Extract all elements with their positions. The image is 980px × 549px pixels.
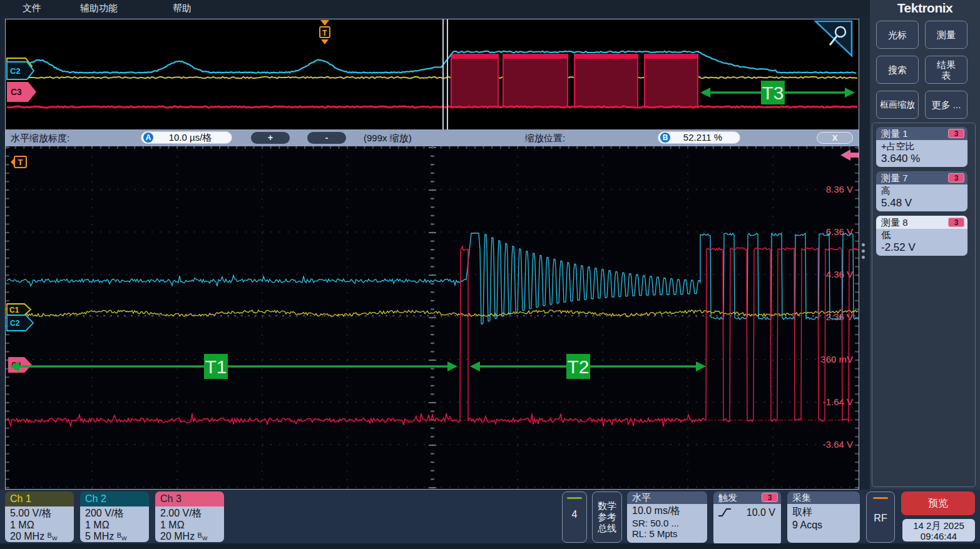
svg-text:C2: C2 (10, 66, 21, 76)
overview-ch2-trace (7, 51, 856, 73)
overview-ch1-trace (7, 77, 857, 79)
measurement-badge-8[interactable]: 测量 83 低-2.52 V (876, 216, 967, 256)
graticule-svg: 8.36 V6.36 V4.36 V2.36 V360 mV-1.64 V-3.… (6, 146, 859, 489)
datetime-display: 14 2月 2025 09:46:44 (902, 519, 975, 541)
zoom-position-control[interactable]: B 52.211 % (658, 131, 740, 144)
preview-button[interactable]: 预览 (901, 491, 975, 515)
results-table-button[interactable]: 结果表 (925, 56, 967, 84)
panel-drag-handle[interactable] (862, 243, 865, 261)
svg-text:T: T (18, 158, 23, 167)
burst-block (644, 56, 698, 108)
channel-1-badge[interactable]: Ch 1 5.00 V/格 1 MΩ 20 MHz BW (5, 491, 74, 542)
overview-trigger-icon (320, 20, 329, 26)
source-badge: 3 (948, 218, 964, 227)
rf-button[interactable]: RF (866, 491, 895, 543)
knob-b-icon[interactable]: B (660, 133, 670, 143)
svg-text:T2: T2 (567, 356, 589, 377)
rf-color-line (873, 497, 888, 499)
ch3-waveform (7, 246, 858, 426)
measure-button[interactable]: 测量 (925, 21, 967, 49)
channel-4-color-line (567, 497, 582, 499)
math-ref-bus-button[interactable]: 数学参考总线 (592, 491, 622, 543)
measurement-badge-1[interactable]: 测量 13 +占空比3.640 % (876, 127, 967, 167)
knob-a-icon[interactable]: A (143, 133, 153, 143)
acquisition-badge[interactable]: 采集 取样 9 Acqs (787, 491, 860, 543)
measurement-badge-7[interactable]: 测量 73 高5.48 V (876, 171, 967, 211)
svg-text:C1: C1 (9, 306, 19, 315)
zoom-factor-label: (999x 缩放) (364, 129, 412, 146)
wave-4-button[interactable]: 4 (562, 491, 587, 543)
right-sidebar: Tektronix 光标 测量 搜索 结果表 框画缩放 更多 ... 测量 13… (870, 0, 980, 490)
waveform-view: C2C3TT3 水平缩放标度: A 10.0 µs/格 + - (999x 缩放… (5, 19, 859, 490)
menu-utility[interactable]: 辅助功能 (80, 0, 118, 16)
bottom-bar: Ch 1 5.00 V/格 1 MΩ 20 MHz BW Ch 2 200 V/… (0, 490, 980, 549)
search-button[interactable]: 搜索 (876, 56, 919, 84)
overview-svg: C2C3TT3 (6, 19, 859, 129)
trigger-badge[interactable]: 触发3 10.0 V (713, 491, 781, 545)
zoom-control-bar: 水平缩放标度: A 10.0 µs/格 + - (999x 缩放) 缩放位置: … (6, 129, 859, 146)
zoom-in-button[interactable]: + (251, 132, 290, 144)
rising-edge-icon (717, 506, 732, 518)
tektronix-logo: Tektronix (870, 1, 980, 16)
more-button[interactable]: 更多 ... (925, 91, 967, 119)
svg-text:C3: C3 (11, 87, 22, 97)
overview-waveform-display[interactable]: C2C3TT3 (6, 19, 859, 129)
cursors-button[interactable]: 光标 (876, 21, 919, 49)
channel-3-badge[interactable]: Ch 3 2.00 V/格 1 MΩ 20 MHz BW (155, 491, 224, 542)
zoom-out-button[interactable]: - (307, 132, 346, 144)
menu-file[interactable]: 文件 (23, 0, 41, 16)
source-badge: 3 (948, 173, 964, 183)
zoom-window-left-edge (442, 19, 444, 129)
main-waveform-display[interactable]: 8.36 V6.36 V4.36 V2.36 V360 mV-1.64 V-3.… (6, 146, 859, 489)
source-badge: 3 (948, 129, 964, 138)
burst-block (451, 56, 499, 108)
menu-help[interactable]: 帮助 (173, 0, 191, 16)
zoom-scale-control[interactable]: A 10.0 µs/格 (141, 131, 232, 144)
horizontal-badge[interactable]: 水平 10.0 ms/格 SR: 50.0 ... RL: 5 Mpts (627, 491, 707, 543)
draw-zoom-button[interactable]: 框画缩放 (876, 91, 919, 119)
svg-text:T: T (322, 29, 327, 38)
voltage-label: -3.64 V (823, 439, 853, 450)
svg-text:T3: T3 (762, 83, 783, 103)
voltage-label: 8.36 V (826, 184, 853, 194)
bottom-strip (0, 543, 980, 549)
svg-text:C2: C2 (10, 319, 20, 328)
burst-block (574, 56, 638, 108)
trigger-source-badge: 3 (762, 493, 778, 502)
menu-bar: 文件 辅助功能 帮助 (0, 0, 870, 16)
svg-text:T1: T1 (205, 356, 227, 377)
trigger-position-arrow (840, 149, 850, 161)
zoom-close-button[interactable]: X (817, 132, 853, 144)
zoom-window-right-edge (447, 19, 448, 129)
zoom-scale-label: 水平缩放标度: (11, 129, 69, 146)
channel-2-badge[interactable]: Ch 2 200 V/格 1 MΩ 5 MHz BW (80, 491, 149, 542)
zoom-position-label: 缩放位置: (525, 129, 565, 146)
overview-ch3-trace (7, 106, 857, 108)
zoom-overview-icon (815, 21, 852, 56)
burst-block (503, 56, 568, 108)
